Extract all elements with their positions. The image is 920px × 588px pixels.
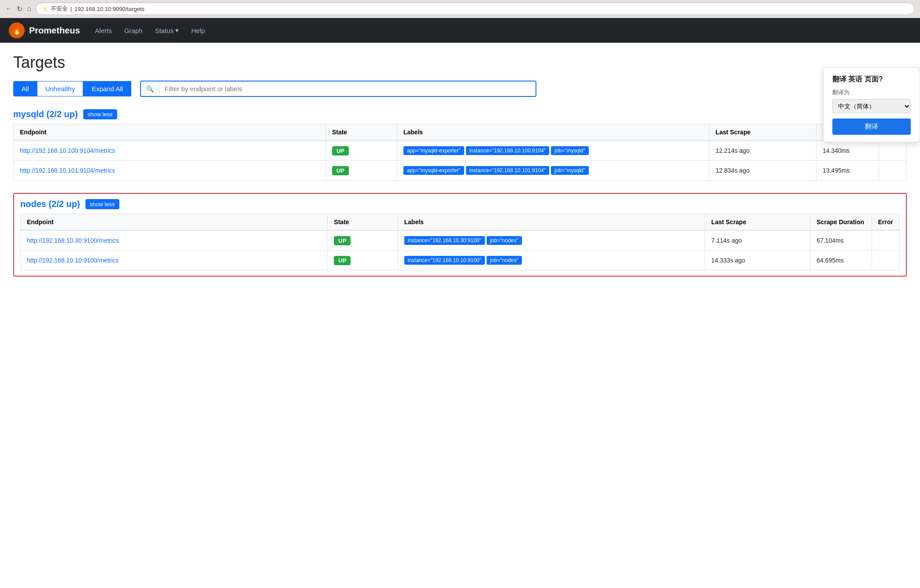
- url-divider: |: [70, 6, 72, 12]
- scrape-duration: 14.340ms: [816, 141, 879, 161]
- col-header-labels: Labels: [397, 124, 709, 141]
- nav-graph[interactable]: Graph: [118, 18, 149, 43]
- brand-name: Prometheus: [29, 26, 80, 36]
- table-row: http://192.168.10.101:9104/metricsUPapp=…: [14, 161, 907, 181]
- nodes-section-header: nodes (2/2 up) show less: [20, 199, 900, 209]
- brand[interactable]: 🔥 Prometheus: [9, 22, 80, 38]
- table-row: http://192.168.10.100:9104/metricsUPapp=…: [14, 141, 907, 161]
- translate-button[interactable]: 翻译: [832, 118, 911, 135]
- nav-alerts[interactable]: Alerts: [89, 18, 118, 43]
- last-scrape: 12.214s ago: [709, 141, 816, 161]
- label-badge[interactable]: instance="192.168.10.10:9100": [404, 256, 485, 265]
- mysqld-section-title: mysqld (2/2 up): [13, 109, 78, 119]
- nodes-col-header-error: Error: [872, 214, 899, 231]
- expand-all-button[interactable]: Expand All: [83, 81, 131, 96]
- translate-popup-title: 翻译 英语 页面?: [832, 75, 911, 84]
- label-badge[interactable]: job="nodes": [487, 256, 522, 265]
- recovery-message: 恢复好啦: [452, 298, 491, 300]
- state-badge: UP: [332, 166, 349, 175]
- label-badge[interactable]: instance="192.168.10.100:9104": [466, 146, 550, 155]
- translate-language-select[interactable]: 中文（简体）: [832, 99, 911, 113]
- scrape-duration: 13.495ms: [816, 161, 879, 181]
- labels-cell: app="mysqld-exporter"instance="192.168.1…: [403, 146, 703, 155]
- translate-popup: 翻译 英语 页面? 翻译为 中文（简体） 翻译: [823, 67, 920, 142]
- unhealthy-button[interactable]: Unhealthy: [37, 81, 84, 96]
- col-header-state: State: [325, 124, 397, 141]
- nodes-col-header-labels: Labels: [398, 214, 705, 231]
- endpoint-link[interactable]: http://192.168.10.101:9104/metrics: [20, 167, 115, 174]
- last-scrape: 14.333s ago: [705, 251, 810, 270]
- search-box: 🔍: [140, 81, 536, 97]
- label-badge[interactable]: app="mysqld-exporter": [403, 166, 464, 175]
- nodes-col-header-scrape-duration: Scrape Duration: [810, 214, 872, 231]
- warning-icon: ⚠: [42, 5, 48, 12]
- navbar: 🔥 Prometheus Alerts Graph Status ▾ Help: [0, 18, 920, 43]
- mysqld-show-less-button[interactable]: show less: [83, 109, 117, 119]
- scrape-duration: 67.104ms: [810, 230, 872, 251]
- main-content: Targets All Unhealthy Expand All 🔍 mysql…: [0, 43, 920, 300]
- nav-help[interactable]: Help: [185, 18, 211, 43]
- table-row: http://192.168.10.10:9100/metricsUPinsta…: [21, 251, 900, 270]
- error-cell: [872, 230, 899, 251]
- nodes-section-title: nodes (2/2 up): [20, 199, 80, 209]
- home-button[interactable]: ⌂: [27, 5, 31, 13]
- mysqld-section-header: mysqld (2/2 up) show less: [13, 109, 907, 119]
- url-text: 192.168.10.10:9090/targets: [74, 6, 144, 12]
- endpoint-link[interactable]: http://192.168.10.10:9100/metrics: [27, 257, 119, 264]
- state-badge: UP: [334, 236, 351, 245]
- label-badge[interactable]: job="nodes": [487, 236, 522, 245]
- table-row: http://192.168.10.30:9100/metricsUPinsta…: [21, 230, 900, 251]
- label-badge[interactable]: instance="192.168.10.101:9104": [466, 166, 550, 175]
- last-scrape: 12.834s ago: [709, 161, 816, 181]
- nodes-col-header-state: State: [328, 214, 398, 231]
- state-badge: UP: [332, 146, 349, 155]
- nodes-table: Endpoint State Labels Last Scrape Scrape…: [20, 214, 900, 270]
- page-title: Targets: [13, 53, 907, 72]
- scrape-duration: 64.695ms: [810, 251, 872, 270]
- last-scrape: 7.114s ago: [705, 230, 810, 251]
- error-cell: [879, 141, 906, 161]
- label-badge[interactable]: job="mysqld": [551, 166, 589, 175]
- endpoint-link[interactable]: http://192.168.10.30:9100/metrics: [27, 237, 119, 244]
- translate-label: 翻译为: [832, 89, 911, 96]
- endpoint-link[interactable]: http://192.168.10.100:9104/metrics: [20, 147, 115, 154]
- labels-cell: app="mysqld-exporter"instance="192.168.1…: [403, 166, 703, 175]
- labels-cell: instance="192.168.10.10:9100"job="nodes": [404, 256, 698, 265]
- search-icon: 🔍: [141, 82, 159, 96]
- filter-bar: All Unhealthy Expand All 🔍: [13, 81, 907, 97]
- nodes-col-header-last-scrape: Last Scrape: [705, 214, 810, 231]
- labels-cell: instance="192.168.10.30:9100"job="nodes": [404, 236, 698, 245]
- all-button[interactable]: All: [13, 81, 37, 96]
- back-button[interactable]: ←: [5, 5, 12, 13]
- browser-bar: ← ↻ ⌂ ⚠ 不安全 | 192.168.10.10:9090/targets: [0, 0, 920, 18]
- reload-button[interactable]: ↻: [17, 5, 22, 13]
- brand-icon: 🔥: [9, 22, 25, 38]
- nav-status[interactable]: Status ▾: [149, 18, 185, 43]
- search-input[interactable]: [159, 81, 536, 96]
- nodes-show-less-button[interactable]: show less: [85, 199, 119, 209]
- label-badge[interactable]: job="mysqld": [551, 146, 589, 155]
- error-cell: [872, 251, 899, 270]
- nodes-col-header-endpoint: Endpoint: [21, 214, 328, 231]
- mysqld-section: mysqld (2/2 up) show less Endpoint State…: [13, 109, 907, 181]
- mysqld-table: Endpoint State Labels Last Scrape Scrape…: [13, 124, 907, 181]
- label-badge[interactable]: instance="192.168.10.30:9100": [404, 236, 485, 245]
- filter-buttons: All Unhealthy Expand All: [13, 81, 131, 96]
- address-bar: ⚠ 不安全 | 192.168.10.10:9090/targets: [36, 3, 915, 15]
- col-header-endpoint: Endpoint: [14, 124, 326, 141]
- insecure-label: 不安全: [51, 5, 68, 13]
- label-badge[interactable]: app="mysqld-exporter": [403, 146, 464, 155]
- state-badge: UP: [334, 256, 351, 265]
- error-cell: [879, 161, 906, 181]
- col-header-last-scrape: Last Scrape: [709, 124, 816, 141]
- dropdown-chevron: ▾: [175, 26, 179, 34]
- nodes-section: nodes (2/2 up) show less Endpoint State …: [13, 193, 907, 277]
